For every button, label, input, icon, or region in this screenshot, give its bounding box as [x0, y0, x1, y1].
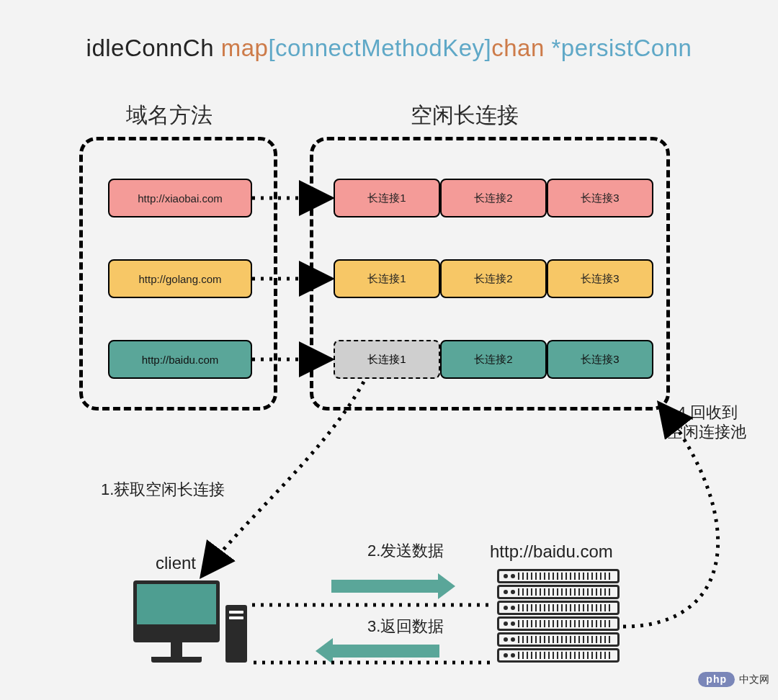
- title-star: *: [551, 35, 560, 61]
- title-connectMethodKey: connectMethodKey: [275, 35, 485, 61]
- conn-xiaobai-2: 长连接2: [440, 179, 547, 217]
- step-4-label-line1: 4.回收到: [677, 402, 738, 423]
- type-expression-title: idleConnCh map[connectMethodKey]chan *pe…: [0, 35, 778, 62]
- send-arrow-icon: [331, 580, 439, 593]
- conn-baidu-2: 长连接2: [440, 340, 547, 379]
- php-badge-icon: php: [698, 672, 735, 687]
- step-2-label: 2.发送数据: [367, 540, 444, 562]
- keys-section-title: 域名方法: [126, 101, 213, 130]
- conn-golang-1: 长连接1: [334, 259, 440, 298]
- title-rbracket: ]: [485, 35, 492, 61]
- return-arrow-icon: [331, 645, 439, 658]
- step-4-label-line2: 空闲连接池: [667, 421, 746, 443]
- step-3-label: 3.返回数据: [367, 616, 444, 637]
- title-idleConnCh: idleConnCh: [86, 35, 221, 61]
- client-label: client: [156, 553, 196, 573]
- key-xiaobai: http://xiaobai.com: [108, 179, 252, 217]
- title-map: map: [221, 35, 269, 61]
- conn-xiaobai-3: 长连接3: [547, 179, 653, 217]
- conn-golang-2: 长连接2: [440, 259, 547, 298]
- title-persistConn: persistConn: [561, 35, 692, 61]
- watermark: php 中文网: [698, 672, 769, 687]
- conn-xiaobai-1: 长连接1: [334, 179, 440, 217]
- step-1-label: 1.获取空闲长连接: [101, 479, 225, 501]
- title-lbracket: [: [268, 35, 275, 61]
- conn-golang-3: 长连接3: [547, 259, 653, 298]
- conn-baidu-1-borrowed: 长连接1: [334, 340, 440, 379]
- conn-baidu-3: 长连接3: [547, 340, 653, 379]
- conns-section-title: 空闲长连接: [411, 101, 519, 130]
- key-baidu: http://baidu.com: [108, 340, 252, 379]
- server-rack-icon: [497, 569, 620, 664]
- client-computer-icon: [133, 580, 220, 663]
- server-url-label: http://baidu.com: [490, 542, 613, 562]
- watermark-text: 中文网: [739, 673, 769, 686]
- title-chan: chan: [491, 35, 551, 61]
- path-step1: [202, 382, 364, 576]
- key-golang: http://golang.com: [108, 259, 252, 298]
